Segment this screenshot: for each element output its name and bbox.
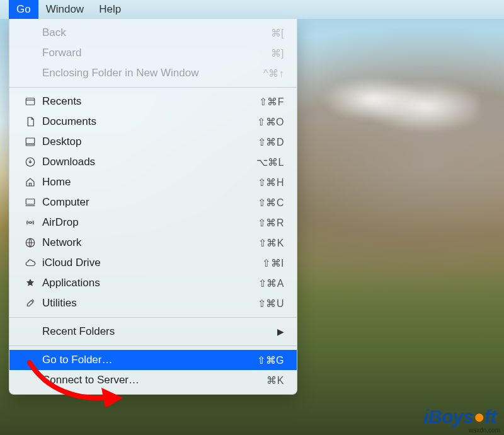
menu-shortcut: ⇧⌘O <box>240 116 284 128</box>
menu-label: Network <box>42 236 240 249</box>
menu-label: Downloads <box>42 156 240 168</box>
menu-item-applications[interactable]: Applications ⇧⌘A <box>9 273 297 293</box>
menu-item-recent-folders[interactable]: Recent Folders ▶ <box>9 322 297 342</box>
watermark-dot-icon: ● <box>473 406 484 427</box>
watermark-logo: iBoys●ft <box>423 406 496 427</box>
menu-label: Home <box>42 176 240 188</box>
watermark-text: iBoys <box>423 406 473 427</box>
cloud-icon <box>22 257 38 269</box>
clock-icon <box>22 96 38 107</box>
menu-label: Recent Folders <box>42 325 277 338</box>
home-icon <box>22 177 38 188</box>
menu-label: Utilities <box>42 297 240 310</box>
network-icon <box>22 237 38 248</box>
menu-label: Back <box>42 26 240 39</box>
downloads-icon <box>22 156 38 168</box>
menu-label: iCloud Drive <box>42 257 240 269</box>
menu-label: Forward <box>42 47 240 59</box>
system-menubar: Go Window Help <box>0 0 504 19</box>
menu-item-back: Back ⌘[ <box>9 23 297 43</box>
menu-shortcut: ⇧⌘H <box>240 177 284 188</box>
menu-shortcut: ⇧⌘D <box>240 136 284 148</box>
menu-item-home[interactable]: Home ⇧⌘H <box>9 172 297 192</box>
menu-label: Recents <box>42 95 240 108</box>
watermark-url: wsxdn.com <box>469 427 500 434</box>
airdrop-icon <box>22 217 38 228</box>
menu-label: Documents <box>42 115 240 128</box>
svg-rect-1 <box>26 138 35 144</box>
menu-label: Go to Folder… <box>42 354 240 366</box>
menubar-item-go[interactable]: Go <box>9 0 38 19</box>
svg-rect-2 <box>26 144 35 146</box>
sky-clouds <box>302 61 479 137</box>
menu-item-airdrop[interactable]: AirDrop ⇧⌘R <box>9 212 297 233</box>
applications-icon <box>22 277 38 289</box>
menu-item-network[interactable]: Network ⇧⌘K <box>9 233 297 253</box>
menu-shortcut: ⌘] <box>240 47 284 59</box>
menu-separator <box>9 317 297 318</box>
menu-shortcut: ⌥⌘L <box>240 156 284 168</box>
go-menu-dropdown: Back ⌘[ Forward ⌘] Enclosing Folder in N… <box>9 19 297 395</box>
menu-item-connect-to-server[interactable]: Connect to Server… ⌘K <box>9 370 297 390</box>
menu-separator <box>9 87 297 88</box>
menu-item-documents[interactable]: Documents ⇧⌘O <box>9 112 297 132</box>
desktop-icon <box>22 136 38 148</box>
menu-item-icloud-drive[interactable]: iCloud Drive ⇧⌘I <box>9 253 297 273</box>
watermark-text: ft <box>484 406 496 427</box>
menu-label: Computer <box>42 196 240 209</box>
menu-shortcut: ⇧⌘C <box>240 197 284 209</box>
menu-item-recents[interactable]: Recents ⇧⌘F <box>9 91 297 112</box>
menu-item-computer[interactable]: Computer ⇧⌘C <box>9 192 297 212</box>
menu-label: Enclosing Folder in New Window <box>42 67 240 79</box>
menu-label: AirDrop <box>42 216 240 229</box>
svg-rect-0 <box>26 98 35 105</box>
menu-shortcut: ⌘[ <box>240 27 284 39</box>
menu-item-downloads[interactable]: Downloads ⌥⌘L <box>9 152 297 172</box>
menu-label: Applications <box>42 277 240 289</box>
menu-item-desktop[interactable]: Desktop ⇧⌘D <box>9 132 297 152</box>
menu-label: Connect to Server… <box>42 374 240 386</box>
menu-shortcut: ⇧⌘G <box>240 354 284 366</box>
menu-shortcut: ⇧⌘I <box>240 257 284 269</box>
menu-shortcut: ^⌘↑ <box>240 67 284 79</box>
menu-item-go-to-folder[interactable]: Go to Folder… ⇧⌘G <box>9 350 297 370</box>
computer-icon <box>22 197 38 208</box>
menu-shortcut: ⌘K <box>240 374 284 386</box>
svg-point-5 <box>30 222 32 224</box>
menu-item-forward: Forward ⌘] <box>9 43 297 63</box>
menu-shortcut: ⇧⌘U <box>240 298 284 310</box>
svg-rect-4 <box>26 199 35 204</box>
menu-item-enclosing-folder: Enclosing Folder in New Window ^⌘↑ <box>9 63 297 83</box>
menu-label: Desktop <box>42 136 240 148</box>
menu-item-utilities[interactable]: Utilities ⇧⌘U <box>9 293 297 313</box>
menu-shortcut: ⇧⌘A <box>240 277 284 289</box>
chevron-right-icon: ▶ <box>277 327 284 337</box>
utilities-icon <box>22 298 38 309</box>
menu-shortcut: ⇧⌘F <box>240 96 284 108</box>
menu-separator <box>9 345 297 346</box>
document-icon <box>22 116 38 127</box>
menubar-item-window[interactable]: Window <box>38 1 91 18</box>
menubar-item-help[interactable]: Help <box>91 1 129 18</box>
menu-shortcut: ⇧⌘R <box>240 217 284 229</box>
menu-shortcut: ⇧⌘K <box>240 237 284 249</box>
